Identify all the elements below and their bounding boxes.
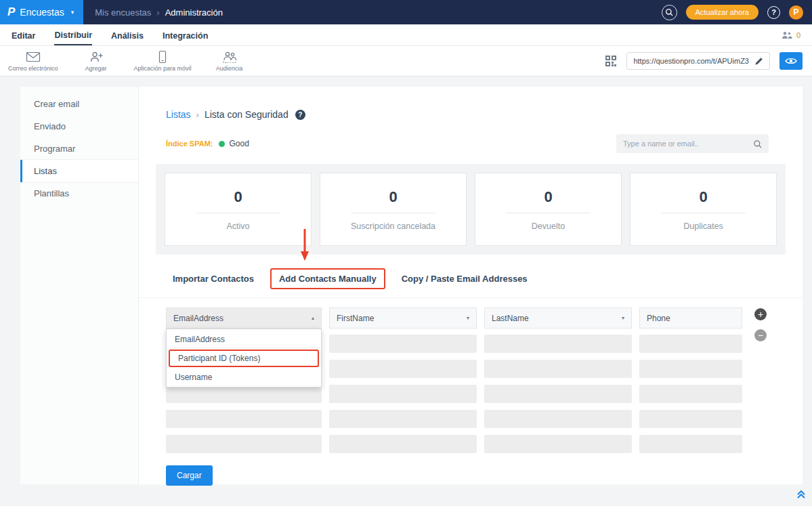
tab-distribuir[interactable]: Distribuir [54, 25, 92, 45]
tab-importar-contactos[interactable]: Importar Contactos [166, 268, 261, 289]
breadcrumb-listas[interactable]: Listas [166, 109, 191, 120]
lists-panel: Listas › Lista con Seguridad ? Índice SP… [139, 87, 803, 484]
stats-strip: 0 Activo 0 Suscripción cancelada 0 Devue… [156, 164, 786, 255]
caret-down-icon: ▾ [467, 315, 469, 321]
contact-input-r1-c2[interactable] [329, 335, 477, 353]
contact-input-r5-c1[interactable] [166, 435, 322, 453]
collaborators-indicator[interactable]: 0 [782, 31, 800, 39]
panel-breadcrumb: Listas › Lista con Seguridad ? [139, 87, 803, 120]
dropdown-option-participant-id-tokens[interactable]: Participant ID (Tokens) [169, 350, 319, 367]
tab-add-contacts-manually[interactable]: Add Contacts Manually [270, 268, 385, 289]
scroll-to-top-button[interactable] [796, 489, 807, 503]
update-now-button[interactable]: Actualizar ahora [686, 5, 759, 20]
add-row-button[interactable]: + [754, 308, 767, 320]
contact-input-r1-c3[interactable] [484, 335, 632, 353]
dropdown-option-emailaddress[interactable]: EmailAddress [167, 331, 321, 348]
spam-index-label: Índice SPAM: [166, 140, 213, 148]
topbar-breadcrumb: Mis encuestas › Administración [95, 7, 223, 18]
divider [506, 213, 591, 213]
toolbar-item-label: Audiencia [216, 65, 243, 72]
contact-input-r3-c1[interactable] [166, 385, 322, 403]
sidebar-item-crear-email[interactable]: Crear email [20, 93, 138, 115]
edit-url-icon[interactable] [755, 57, 763, 65]
survey-url-box: https://questionpro.com/t/APUimZ3 [626, 52, 770, 70]
stat-card-activo: 0 Activo [165, 173, 312, 246]
toolbar-item-label: Agregar [85, 65, 107, 72]
caret-up-icon: ▴ [312, 315, 314, 321]
contact-input-r2-c2[interactable] [329, 360, 477, 378]
column-select-firstname[interactable]: FirstName ▾ [329, 308, 477, 329]
divider [351, 213, 435, 213]
chevron-down-icon: ▾ [71, 9, 74, 16]
breadcrumb-separator-icon: › [196, 110, 199, 120]
contact-input-r2-c3[interactable] [484, 360, 632, 378]
mail-icon [26, 50, 41, 64]
contact-input-r5-c4[interactable] [639, 435, 742, 453]
stat-value: 0 [699, 188, 707, 206]
sidebar: Crear email Enviado Programar Listas Pla… [20, 87, 139, 484]
stat-label: Duplicates [683, 222, 723, 231]
column-select-lastname[interactable]: LastName ▾ [484, 308, 632, 329]
users-icon [782, 31, 792, 39]
help-tooltip-icon[interactable]: ? [295, 110, 305, 120]
contact-input-r3-c2[interactable] [329, 385, 477, 403]
tab-analisis[interactable]: Análisis [111, 26, 144, 45]
stat-card-duplicates: 0 Duplicates [630, 173, 777, 246]
stat-card-suscripcion-cancelada: 0 Suscripción cancelada [320, 173, 467, 246]
product-name: Encuestas [20, 7, 64, 18]
help-icon[interactable]: ? [767, 6, 780, 19]
eye-icon [785, 57, 797, 65]
toolbar-url-group: https://questionpro.com/t/APUimZ3 [605, 52, 804, 70]
profile-avatar[interactable]: P [789, 5, 803, 20]
sidebar-item-plantillas[interactable]: Plantillas [20, 182, 138, 205]
breadcrumb-separator-icon: › [156, 7, 159, 18]
breadcrumb-my-surveys[interactable]: Mis encuestas [95, 7, 151, 18]
spam-status-row: Índice SPAM: Good [139, 120, 803, 153]
contact-input-r1-c4[interactable] [639, 335, 742, 353]
contact-search-box [616, 134, 769, 153]
column-select-phone[interactable]: Phone [639, 308, 742, 329]
toolbar-item-label: Correo electrónico [8, 65, 58, 72]
sidebar-item-enviado[interactable]: Enviado [20, 115, 138, 138]
column-label: LastName [492, 314, 529, 323]
contact-input-r4-c2[interactable] [329, 410, 477, 428]
toolbar-item-audiencia[interactable]: Audiencia [208, 50, 251, 72]
contact-input-r5-c2[interactable] [329, 435, 477, 453]
topbar-actions: Actualizar ahora ? P [662, 5, 812, 20]
contact-input-r2-c4[interactable] [639, 360, 742, 378]
preview-button[interactable] [779, 52, 803, 70]
cargar-button[interactable]: Cargar [166, 465, 213, 486]
toolbar-item-label: Aplicación para móvil [134, 65, 192, 72]
stat-value: 0 [544, 188, 552, 206]
stat-label: Activo [226, 222, 249, 231]
sidebar-item-programar[interactable]: Programar [20, 138, 138, 160]
main-navbar: Editar Distribuir Análisis Integración 0 [0, 24, 812, 46]
remove-row-button[interactable]: − [754, 329, 767, 341]
contact-input-r3-c4[interactable] [639, 385, 742, 403]
product-switcher[interactable]: P Encuestas ▾ [0, 0, 83, 24]
dropdown-option-username[interactable]: Username [167, 368, 321, 386]
magnifier-icon[interactable] [753, 140, 762, 148]
sidebar-item-listas[interactable]: Listas [20, 160, 138, 182]
search-icon[interactable] [662, 5, 677, 20]
column-label: FirstName [337, 314, 374, 323]
contact-input-r4-c4[interactable] [639, 410, 742, 428]
survey-url[interactable]: https://questionpro.com/t/APUimZ3 [633, 57, 749, 65]
add-contacts-form: EmailAddress ▴ FirstName ▾ LastName ▾ Ph… [166, 308, 769, 486]
qr-code-icon[interactable] [605, 55, 617, 67]
tab-copy-paste-email-addresses[interactable]: Copy / Paste Email Addresses [395, 268, 534, 289]
column-select-emailaddress[interactable]: EmailAddress ▴ [166, 308, 322, 329]
toolbar-item-mobile[interactable]: Aplicación para móvil [134, 50, 192, 72]
questionpro-logo-icon: P [7, 5, 15, 19]
contact-input-r4-c1[interactable] [166, 410, 322, 428]
contact-input-r3-c3[interactable] [484, 385, 632, 403]
tab-editar[interactable]: Editar [12, 26, 35, 45]
contact-search-input[interactable] [623, 140, 753, 148]
contact-input-r5-c3[interactable] [484, 435, 632, 453]
column-field-dropdown: EmailAddress Participant ID (Tokens) Use… [166, 329, 322, 387]
contact-input-r4-c3[interactable] [484, 410, 632, 428]
toolbar-item-agregar[interactable]: Agregar [74, 50, 118, 72]
toolbar-item-email[interactable]: Correo electrónico [8, 50, 58, 72]
add-contacts-icon [89, 50, 103, 64]
tab-integracion[interactable]: Integración [163, 26, 208, 45]
